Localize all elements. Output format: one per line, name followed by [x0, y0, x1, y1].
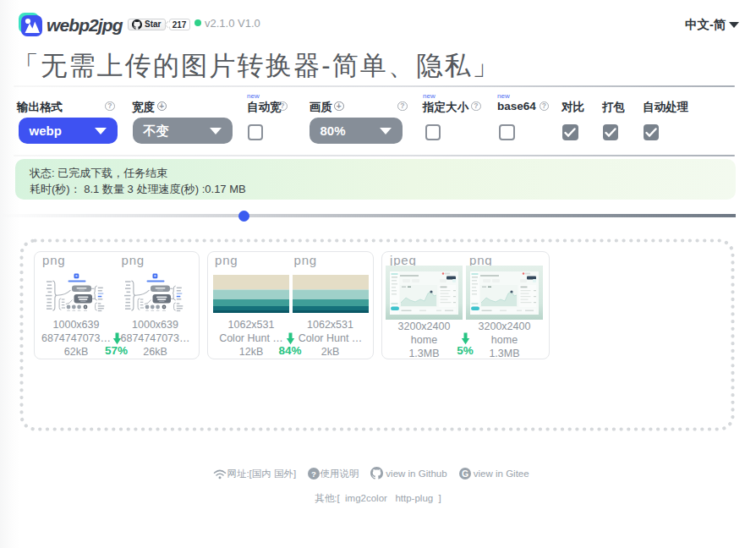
- svg-text:G: G: [462, 469, 468, 479]
- svg-text:?: ?: [311, 469, 316, 479]
